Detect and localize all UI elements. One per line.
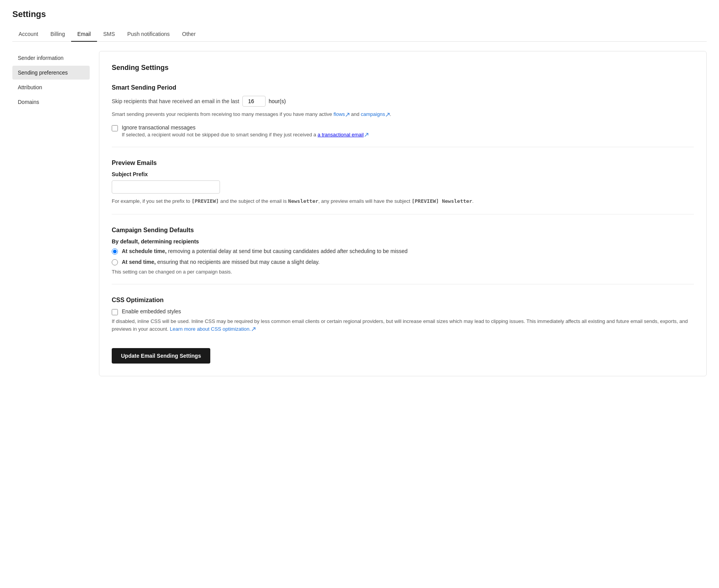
css-optimization-title: CSS Optimization — [112, 294, 694, 304]
sidebar-item-sending-prefs[interactable]: Sending preferences — [12, 66, 90, 80]
tab-push-notifications[interactable]: Push notifications — [121, 27, 176, 42]
radio-send-row: At send time, ensuring that no recipient… — [112, 258, 694, 266]
divider-1 — [112, 147, 694, 147]
content-area: Sender information Sending preferences A… — [0, 42, 719, 386]
radio-schedule-time[interactable] — [112, 248, 118, 255]
tab-account[interactable]: Account — [12, 27, 44, 42]
update-settings-button[interactable]: Update Email Sending Settings — [112, 348, 210, 364]
subject-prefix-input[interactable] — [112, 180, 220, 194]
preview-emails-section: Preview Emails Subject Prefix For exampl… — [112, 156, 694, 205]
campaign-note: This setting can be changed on a per cam… — [112, 269, 694, 275]
hours-suffix: hour(s) — [269, 98, 286, 104]
ignore-transactional-checkbox[interactable] — [112, 125, 118, 131]
learn-more-css-link[interactable]: Learn more about CSS optimization. — [170, 326, 256, 332]
sending-settings-title: Sending Settings — [112, 64, 694, 72]
embedded-styles-label[interactable]: Enable embedded styles — [122, 308, 181, 314]
divider-3 — [112, 284, 694, 284]
sidebar-item-sender-info[interactable]: Sender information — [12, 51, 90, 65]
sidebar: Sender information Sending preferences A… — [12, 51, 90, 376]
radio-schedule-row: At schedule time, removing a potential d… — [112, 248, 694, 255]
campaigns-link[interactable]: campaigns — [361, 111, 390, 117]
top-nav: Account Billing Email SMS Push notificat… — [12, 27, 707, 42]
tab-billing[interactable]: Billing — [44, 27, 71, 42]
ignore-transactional-helper: If selected, a recipient would not be sk… — [122, 132, 368, 138]
ignore-transactional-row: Ignore transactional messages If selecte… — [112, 124, 694, 138]
embedded-styles-checkbox[interactable] — [112, 309, 118, 315]
tab-sms[interactable]: SMS — [97, 27, 121, 42]
main-panel: Sending Settings Smart Sending Period Sk… — [99, 51, 707, 376]
smart-sending-helper: Smart sending prevents your recipients f… — [112, 110, 694, 118]
page-title: Settings — [12, 9, 707, 19]
radio-send-time[interactable] — [112, 259, 118, 265]
embedded-styles-row: Enable embedded styles — [112, 308, 694, 315]
smart-sending-hours-input[interactable] — [242, 96, 266, 107]
smart-sending-row: Skip recipients that have received an em… — [112, 96, 694, 107]
smart-sending-label: Skip recipients that have received an em… — [112, 98, 239, 104]
campaign-radio-group: At schedule time, removing a potential d… — [112, 248, 694, 266]
css-optimization-section: CSS Optimization Enable embedded styles … — [112, 294, 694, 333]
radio-schedule-label[interactable]: At schedule time, removing a potential d… — [122, 248, 407, 255]
css-optimization-helper: If disabled, inline CSS will be used. In… — [112, 318, 694, 333]
submit-section: Update Email Sending Settings — [112, 339, 694, 364]
smart-sending-section: Smart Sending Period Skip recipients tha… — [112, 81, 694, 138]
transactional-email-link[interactable]: a transactional email — [318, 132, 368, 138]
page-header: Settings Account Billing Email SMS Push … — [0, 0, 719, 42]
subject-prefix-label: Subject Prefix — [112, 171, 694, 177]
flows-link[interactable]: flows — [334, 111, 350, 117]
campaign-defaults-section: Campaign Sending Defaults By default, de… — [112, 224, 694, 275]
tab-other[interactable]: Other — [176, 27, 202, 42]
tab-email[interactable]: Email — [71, 27, 97, 42]
smart-sending-title: Smart Sending Period — [112, 81, 694, 91]
sidebar-item-domains[interactable]: Domains — [12, 95, 90, 109]
divider-2 — [112, 214, 694, 214]
preview-emails-helper: For example, if you set the prefix to [P… — [112, 197, 694, 205]
radio-send-label[interactable]: At send time, ensuring that no recipient… — [122, 258, 320, 266]
campaign-defaults-label: By default, determining recipients — [112, 238, 694, 245]
sidebar-item-attribution[interactable]: Attribution — [12, 80, 90, 94]
preview-emails-title: Preview Emails — [112, 156, 694, 167]
ignore-transactional-label[interactable]: Ignore transactional messages — [122, 124, 196, 131]
campaign-defaults-title: Campaign Sending Defaults — [112, 224, 694, 234]
